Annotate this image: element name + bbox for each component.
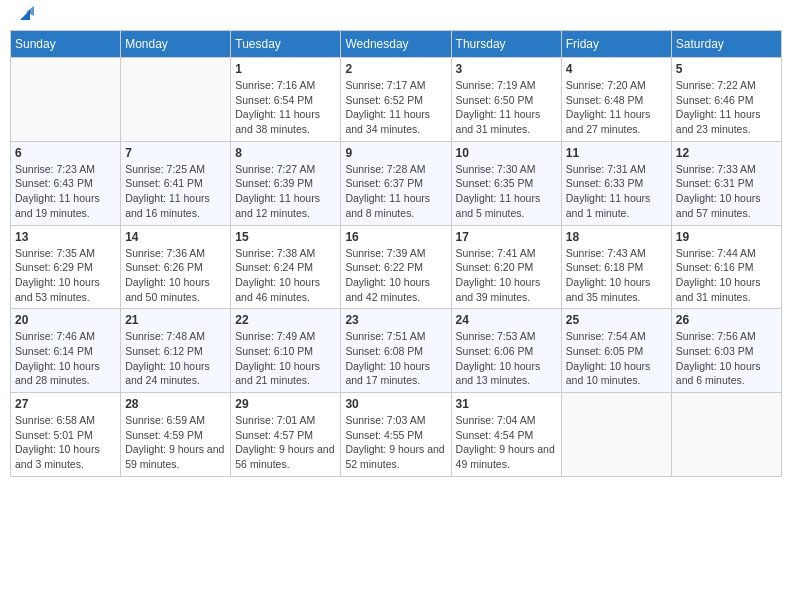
day-number: 11 [566, 146, 667, 160]
day-info: Sunrise: 7:36 AMSunset: 6:26 PMDaylight:… [125, 246, 226, 305]
calendar-day-cell [11, 58, 121, 142]
calendar-week-row: 1Sunrise: 7:16 AMSunset: 6:54 PMDaylight… [11, 58, 782, 142]
calendar-day-cell: 14Sunrise: 7:36 AMSunset: 6:26 PMDayligh… [121, 225, 231, 309]
day-number: 5 [676, 62, 777, 76]
calendar-day-cell: 5Sunrise: 7:22 AMSunset: 6:46 PMDaylight… [671, 58, 781, 142]
day-info: Sunrise: 7:23 AMSunset: 6:43 PMDaylight:… [15, 162, 116, 221]
day-number: 3 [456, 62, 557, 76]
calendar-day-cell: 30Sunrise: 7:03 AMSunset: 4:55 PMDayligh… [341, 393, 451, 477]
day-number: 31 [456, 397, 557, 411]
calendar-week-row: 13Sunrise: 7:35 AMSunset: 6:29 PMDayligh… [11, 225, 782, 309]
day-header-monday: Monday [121, 31, 231, 58]
day-number: 14 [125, 230, 226, 244]
day-info: Sunrise: 7:38 AMSunset: 6:24 PMDaylight:… [235, 246, 336, 305]
day-number: 4 [566, 62, 667, 76]
calendar-day-cell: 12Sunrise: 7:33 AMSunset: 6:31 PMDayligh… [671, 141, 781, 225]
calendar-day-cell: 7Sunrise: 7:25 AMSunset: 6:41 PMDaylight… [121, 141, 231, 225]
calendar-day-cell: 24Sunrise: 7:53 AMSunset: 6:06 PMDayligh… [451, 309, 561, 393]
day-number: 12 [676, 146, 777, 160]
day-info: Sunrise: 7:46 AMSunset: 6:14 PMDaylight:… [15, 329, 116, 388]
calendar-day-cell: 6Sunrise: 7:23 AMSunset: 6:43 PMDaylight… [11, 141, 121, 225]
day-number: 18 [566, 230, 667, 244]
calendar-day-cell: 21Sunrise: 7:48 AMSunset: 6:12 PMDayligh… [121, 309, 231, 393]
calendar-week-row: 6Sunrise: 7:23 AMSunset: 6:43 PMDaylight… [11, 141, 782, 225]
calendar-header-row: SundayMondayTuesdayWednesdayThursdayFrid… [11, 31, 782, 58]
day-number: 1 [235, 62, 336, 76]
calendar-day-cell: 26Sunrise: 7:56 AMSunset: 6:03 PMDayligh… [671, 309, 781, 393]
day-info: Sunrise: 7:19 AMSunset: 6:50 PMDaylight:… [456, 78, 557, 137]
day-info: Sunrise: 7:33 AMSunset: 6:31 PMDaylight:… [676, 162, 777, 221]
day-info: Sunrise: 7:04 AMSunset: 4:54 PMDaylight:… [456, 413, 557, 472]
day-info: Sunrise: 7:28 AMSunset: 6:37 PMDaylight:… [345, 162, 446, 221]
day-info: Sunrise: 7:35 AMSunset: 6:29 PMDaylight:… [15, 246, 116, 305]
day-number: 19 [676, 230, 777, 244]
calendar-day-cell: 17Sunrise: 7:41 AMSunset: 6:20 PMDayligh… [451, 225, 561, 309]
day-number: 28 [125, 397, 226, 411]
day-info: Sunrise: 7:27 AMSunset: 6:39 PMDaylight:… [235, 162, 336, 221]
day-info: Sunrise: 7:31 AMSunset: 6:33 PMDaylight:… [566, 162, 667, 221]
calendar-day-cell: 15Sunrise: 7:38 AMSunset: 6:24 PMDayligh… [231, 225, 341, 309]
day-info: Sunrise: 7:56 AMSunset: 6:03 PMDaylight:… [676, 329, 777, 388]
logo-bird-icon [16, 6, 34, 24]
calendar-day-cell: 28Sunrise: 6:59 AMSunset: 4:59 PMDayligh… [121, 393, 231, 477]
day-info: Sunrise: 7:30 AMSunset: 6:35 PMDaylight:… [456, 162, 557, 221]
day-info: Sunrise: 7:03 AMSunset: 4:55 PMDaylight:… [345, 413, 446, 472]
day-number: 6 [15, 146, 116, 160]
header [10, 10, 782, 22]
calendar-day-cell: 19Sunrise: 7:44 AMSunset: 6:16 PMDayligh… [671, 225, 781, 309]
logo [14, 10, 34, 22]
day-number: 17 [456, 230, 557, 244]
day-number: 13 [15, 230, 116, 244]
day-info: Sunrise: 7:51 AMSunset: 6:08 PMDaylight:… [345, 329, 446, 388]
day-info: Sunrise: 7:39 AMSunset: 6:22 PMDaylight:… [345, 246, 446, 305]
calendar-day-cell: 2Sunrise: 7:17 AMSunset: 6:52 PMDaylight… [341, 58, 451, 142]
day-header-tuesday: Tuesday [231, 31, 341, 58]
calendar-day-cell [121, 58, 231, 142]
day-info: Sunrise: 7:44 AMSunset: 6:16 PMDaylight:… [676, 246, 777, 305]
calendar-day-cell: 13Sunrise: 7:35 AMSunset: 6:29 PMDayligh… [11, 225, 121, 309]
calendar-day-cell [561, 393, 671, 477]
calendar-day-cell: 16Sunrise: 7:39 AMSunset: 6:22 PMDayligh… [341, 225, 451, 309]
calendar-day-cell: 11Sunrise: 7:31 AMSunset: 6:33 PMDayligh… [561, 141, 671, 225]
day-info: Sunrise: 7:25 AMSunset: 6:41 PMDaylight:… [125, 162, 226, 221]
day-info: Sunrise: 6:59 AMSunset: 4:59 PMDaylight:… [125, 413, 226, 472]
day-number: 9 [345, 146, 446, 160]
day-number: 15 [235, 230, 336, 244]
day-header-friday: Friday [561, 31, 671, 58]
day-info: Sunrise: 7:22 AMSunset: 6:46 PMDaylight:… [676, 78, 777, 137]
day-number: 8 [235, 146, 336, 160]
day-header-thursday: Thursday [451, 31, 561, 58]
calendar-day-cell: 4Sunrise: 7:20 AMSunset: 6:48 PMDaylight… [561, 58, 671, 142]
day-number: 16 [345, 230, 446, 244]
calendar-day-cell: 10Sunrise: 7:30 AMSunset: 6:35 PMDayligh… [451, 141, 561, 225]
day-number: 23 [345, 313, 446, 327]
day-info: Sunrise: 7:48 AMSunset: 6:12 PMDaylight:… [125, 329, 226, 388]
day-info: Sunrise: 7:41 AMSunset: 6:20 PMDaylight:… [456, 246, 557, 305]
day-info: Sunrise: 7:20 AMSunset: 6:48 PMDaylight:… [566, 78, 667, 137]
day-header-sunday: Sunday [11, 31, 121, 58]
calendar-day-cell: 31Sunrise: 7:04 AMSunset: 4:54 PMDayligh… [451, 393, 561, 477]
calendar-day-cell [671, 393, 781, 477]
day-info: Sunrise: 7:49 AMSunset: 6:10 PMDaylight:… [235, 329, 336, 388]
calendar-day-cell: 3Sunrise: 7:19 AMSunset: 6:50 PMDaylight… [451, 58, 561, 142]
day-number: 22 [235, 313, 336, 327]
calendar-day-cell: 27Sunrise: 6:58 AMSunset: 5:01 PMDayligh… [11, 393, 121, 477]
calendar-day-cell: 8Sunrise: 7:27 AMSunset: 6:39 PMDaylight… [231, 141, 341, 225]
calendar-day-cell: 25Sunrise: 7:54 AMSunset: 6:05 PMDayligh… [561, 309, 671, 393]
day-info: Sunrise: 6:58 AMSunset: 5:01 PMDaylight:… [15, 413, 116, 472]
calendar-day-cell: 9Sunrise: 7:28 AMSunset: 6:37 PMDaylight… [341, 141, 451, 225]
day-info: Sunrise: 7:17 AMSunset: 6:52 PMDaylight:… [345, 78, 446, 137]
day-info: Sunrise: 7:54 AMSunset: 6:05 PMDaylight:… [566, 329, 667, 388]
day-number: 7 [125, 146, 226, 160]
calendar-day-cell: 1Sunrise: 7:16 AMSunset: 6:54 PMDaylight… [231, 58, 341, 142]
calendar-day-cell: 20Sunrise: 7:46 AMSunset: 6:14 PMDayligh… [11, 309, 121, 393]
calendar-week-row: 20Sunrise: 7:46 AMSunset: 6:14 PMDayligh… [11, 309, 782, 393]
day-number: 10 [456, 146, 557, 160]
day-number: 21 [125, 313, 226, 327]
day-number: 27 [15, 397, 116, 411]
calendar-table: SundayMondayTuesdayWednesdayThursdayFrid… [10, 30, 782, 477]
day-number: 25 [566, 313, 667, 327]
day-info: Sunrise: 7:16 AMSunset: 6:54 PMDaylight:… [235, 78, 336, 137]
day-header-wednesday: Wednesday [341, 31, 451, 58]
day-number: 30 [345, 397, 446, 411]
